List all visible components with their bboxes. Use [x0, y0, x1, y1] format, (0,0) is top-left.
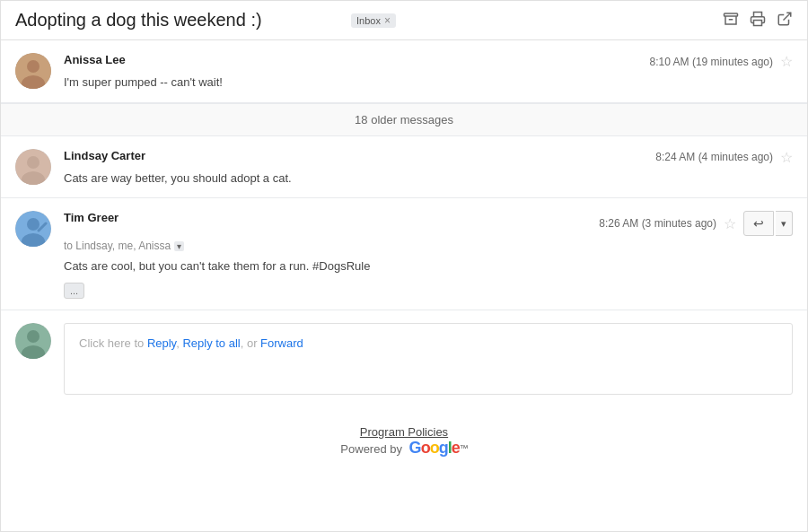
- google-logo: Google™: [409, 439, 468, 458]
- star-icon[interactable]: ☆: [724, 215, 736, 232]
- popout-icon[interactable]: [777, 11, 793, 31]
- timestamp: 8:24 AM (4 minutes ago): [655, 151, 773, 163]
- star-icon[interactable]: ☆: [780, 149, 793, 166]
- timestamp: 8:26 AM (3 minutes ago): [599, 217, 716, 230]
- archive-icon[interactable]: [723, 11, 739, 31]
- message-top: Lindsay Carter 8:24 AM (4 minutes ago) ☆: [64, 149, 793, 166]
- footer-powered-by: Powered by Google™: [1, 439, 807, 458]
- footer-policies: Program Policies: [1, 425, 807, 439]
- svg-point-5: [27, 60, 40, 73]
- to-line: to Lindsay, me, Anissa ▾: [64, 240, 793, 252]
- reply-dropdown-button[interactable]: ▾: [776, 211, 793, 236]
- message-meta: 8:10 AM (19 minutes ago) ☆: [650, 53, 793, 70]
- messages-container: Anissa Lee 8:10 AM (19 minutes ago) ☆ I'…: [1, 40, 807, 310]
- email-thread-page: Adopting a dog this weekend :) Inbox ×: [0, 0, 808, 532]
- older-messages-divider: 18 older messages: [1, 103, 807, 136]
- thread-title: Adopting a dog this weekend :): [15, 10, 342, 31]
- message-body: Cats are cool, but you can't take them f…: [64, 257, 793, 275]
- avatar-me: [15, 323, 51, 359]
- message-meta: 8:24 AM (4 minutes ago) ☆: [655, 149, 793, 166]
- svg-point-11: [27, 218, 40, 231]
- message-row: Anissa Lee 8:10 AM (19 minutes ago) ☆ I'…: [1, 40, 807, 103]
- inbox-badge-close[interactable]: ×: [384, 15, 391, 26]
- star-icon[interactable]: ☆: [780, 53, 793, 70]
- avatar: [15, 53, 51, 89]
- print-icon[interactable]: [750, 11, 766, 31]
- google-trademark: ™: [460, 443, 468, 453]
- message-body: I'm super pumped -- can't wait!: [64, 74, 793, 92]
- inbox-badge-label: Inbox: [356, 15, 381, 26]
- message-top: Tim Greer 8:26 AM (3 minutes ago) ☆ ↩ ▾: [64, 211, 793, 236]
- message-content: Anissa Lee 8:10 AM (19 minutes ago) ☆ I'…: [64, 53, 793, 92]
- reply-box-row: Click here to Reply, Reply to all, or Fo…: [1, 310, 807, 407]
- message-row: Lindsay Carter 8:24 AM (4 minutes ago) ☆…: [1, 136, 807, 199]
- thread-header: Adopting a dog this weekend :) Inbox ×: [1, 1, 807, 40]
- avatar: [15, 211, 51, 247]
- reply-box[interactable]: Click here to Reply, Reply to all, or Fo…: [64, 323, 793, 395]
- message-body: Cats are way better, you should adopt a …: [64, 170, 793, 188]
- avatar: [15, 149, 51, 185]
- reply-link[interactable]: Reply: [147, 336, 176, 350]
- reply-button[interactable]: ↩: [743, 211, 774, 236]
- reply-all-link[interactable]: Reply to all: [182, 336, 240, 350]
- forward-link[interactable]: Forward: [260, 336, 303, 350]
- timestamp: 8:10 AM (19 minutes ago): [650, 56, 773, 68]
- footer: Program Policies Powered by Google™: [1, 407, 807, 479]
- program-policies-link[interactable]: Program Policies: [360, 425, 448, 439]
- svg-point-15: [27, 330, 40, 343]
- svg-rect-0: [725, 13, 738, 16]
- google-letter-o1: o: [421, 439, 430, 458]
- svg-rect-2: [754, 20, 762, 25]
- message-content: Tim Greer 8:26 AM (3 minutes ago) ☆ ↩ ▾ …: [64, 211, 793, 299]
- to-label: to Lindsay, me, Anissa: [64, 240, 171, 252]
- powered-by-text: Powered by: [340, 442, 405, 456]
- google-letter-g2: g: [439, 439, 448, 458]
- reply-buttons: ↩ ▾: [743, 211, 793, 236]
- message-row: Tim Greer 8:26 AM (3 minutes ago) ☆ ↩ ▾ …: [1, 198, 807, 310]
- google-letter-o2: o: [430, 439, 439, 458]
- message-top: Anissa Lee 8:10 AM (19 minutes ago) ☆: [64, 53, 793, 70]
- google-letter-g: G: [409, 439, 421, 458]
- message-content: Lindsay Carter 8:24 AM (4 minutes ago) ☆…: [64, 149, 793, 188]
- svg-point-8: [27, 156, 40, 169]
- older-messages-label: 18 older messages: [355, 113, 453, 126]
- google-letter-e: e: [452, 439, 460, 458]
- sender-name: Lindsay Carter: [64, 149, 145, 162]
- to-dropdown[interactable]: ▾: [174, 241, 184, 251]
- sender-name: Tim Greer: [64, 211, 119, 224]
- svg-line-3: [784, 13, 791, 20]
- sender-name: Anissa Lee: [64, 53, 126, 66]
- expand-dots[interactable]: ...: [64, 283, 84, 299]
- inbox-badge: Inbox ×: [351, 13, 396, 28]
- message-meta: 8:26 AM (3 minutes ago) ☆ ↩ ▾: [599, 211, 793, 236]
- header-icons: [723, 11, 793, 31]
